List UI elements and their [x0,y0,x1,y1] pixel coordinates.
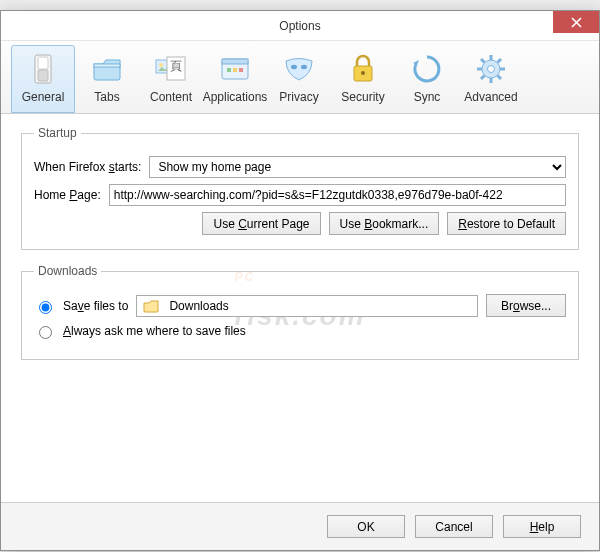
ok-button[interactable]: OK [327,515,405,538]
startup-group: Startup When Firefox starts: Show my hom… [21,126,579,250]
mask-icon [282,52,316,86]
svg-rect-10 [227,68,231,72]
svg-rect-2 [38,70,48,81]
svg-point-13 [291,65,297,69]
svg-point-18 [488,66,495,73]
tab-privacy[interactable]: Privacy [267,45,331,113]
tab-applications-label: Applications [203,90,268,104]
sync-icon [410,52,444,86]
svg-point-5 [159,63,163,67]
gear-icon [474,52,508,86]
tab-privacy-label: Privacy [279,90,318,104]
dialog-footer: OK Cancel Help [1,502,599,550]
tab-general-label: General [22,90,65,104]
tab-general[interactable]: General [11,45,75,113]
svg-line-25 [481,76,485,80]
tab-tabs[interactable]: Tabs [75,45,139,113]
svg-line-24 [498,76,502,80]
home-page-label: Home Page: [34,188,101,202]
window-title: Options [1,19,599,33]
use-bookmark-button[interactable]: Use Bookmark... [329,212,440,235]
download-path-field [136,295,478,317]
tab-advanced[interactable]: Advanced [459,45,523,113]
options-content: Startup When Firefox starts: Show my hom… [1,114,599,502]
svg-point-16 [361,71,365,75]
options-toolbar: General Tabs 頁 Content Applications Priv… [1,41,599,114]
folder-small-icon [143,299,159,313]
save-files-to-label: Save files to [63,299,128,313]
applications-icon [218,52,252,86]
content-icon: 頁 [154,52,188,86]
always-ask-radio[interactable] [39,326,52,339]
save-files-to-radio[interactable] [39,301,52,314]
tab-content[interactable]: 頁 Content [139,45,203,113]
tab-security[interactable]: Security [331,45,395,113]
startup-legend: Startup [34,126,81,140]
home-page-input[interactable] [109,184,566,206]
tab-applications[interactable]: Applications [203,45,267,113]
restore-default-button[interactable]: Restore to Default [447,212,566,235]
tab-advanced-label: Advanced [464,90,517,104]
titlebar: Options [1,11,599,41]
help-button[interactable]: Help [503,515,581,538]
close-button[interactable] [553,11,599,33]
tab-content-label: Content [150,90,192,104]
lock-icon [346,52,380,86]
svg-rect-9 [222,59,248,64]
downloads-group: Downloads Save files to Browse... Always… [21,264,579,360]
tab-security-label: Security [341,90,384,104]
svg-rect-12 [239,68,243,72]
tab-tabs-label: Tabs [94,90,119,104]
folder-icon [90,52,124,86]
cancel-button[interactable]: Cancel [415,515,493,538]
when-firefox-starts-label: When Firefox starts: [34,160,141,174]
tab-sync-label: Sync [414,90,441,104]
when-firefox-starts-select[interactable]: Show my home page [149,156,566,178]
downloads-legend: Downloads [34,264,101,278]
svg-rect-11 [233,68,237,72]
close-icon [571,17,582,28]
use-current-page-button[interactable]: Use Current Page [202,212,320,235]
tab-sync[interactable]: Sync [395,45,459,113]
download-path-text [165,297,471,315]
svg-text:頁: 頁 [170,59,182,73]
always-ask-label: Always ask me where to save files [63,324,246,338]
svg-rect-3 [94,64,120,67]
svg-point-14 [301,65,307,69]
browse-button[interactable]: Browse... [486,294,566,317]
options-window: PCrisk.com Options General Tabs 頁 Conten… [0,10,600,551]
svg-line-26 [498,59,502,63]
svg-rect-1 [38,57,48,69]
switch-icon [26,52,60,86]
svg-line-23 [481,59,485,63]
